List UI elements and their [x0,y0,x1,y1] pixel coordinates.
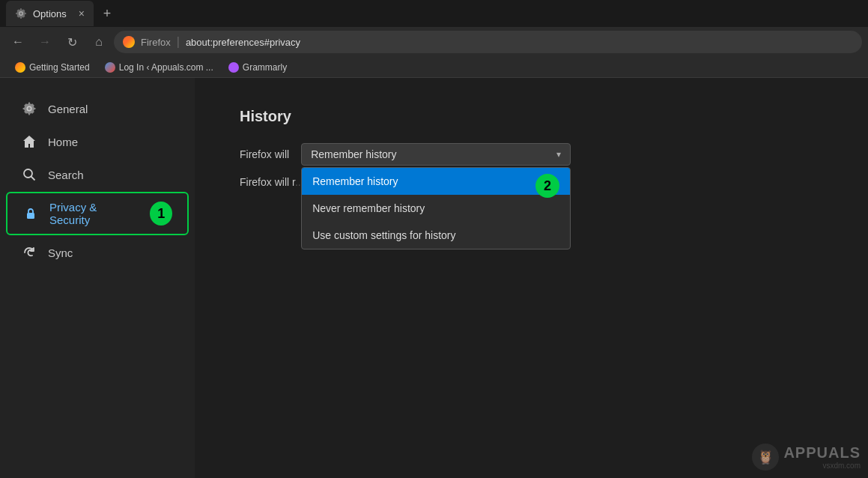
firefox-logo-icon [123,36,135,48]
bookmark-label: Getting Started [29,62,90,73]
main-content: History Firefox will Remember history ▾ … [195,78,868,478]
watermark: 🦉 APPUALS vsxdm.com [752,444,861,471]
sidebar-item-search[interactable]: Search [6,159,189,190]
dropdown-option-custom[interactable]: Use custom settings for history [302,222,570,249]
history-dropdown-container: Remember history ▾ Remember history 2 Ne… [301,143,571,166]
sidebar-item-sync[interactable]: Sync [6,237,189,268]
site-name-label: Firefox [141,37,171,48]
gear-icon [21,100,37,117]
badge-2: 2 [535,174,559,198]
dropdown-option-never[interactable]: Never remember history [302,195,570,222]
navigation-bar: ← → ↻ ⌂ Firefox | about:preferences#priv… [0,27,868,57]
gear-icon-tab [15,7,27,19]
history-dropdown-menu: Remember history 2 Never remember histor… [301,167,571,249]
home-icon [21,133,37,150]
tab-title: Options [33,8,67,19]
lock-icon [22,205,39,222]
back-button[interactable]: ← [6,30,30,54]
option-custom-label: Use custom settings for history [312,229,455,241]
watermark-mascot-icon: 🦉 [752,444,779,471]
description-prefix: Firefox will r [240,176,295,188]
dropdown-arrow-icon: ▾ [556,149,561,160]
bookmarks-bar: Getting Started Log In ‹ Appuals.com ...… [0,57,868,78]
dropdown-option-remember[interactable]: Remember history 2 [302,168,570,195]
sidebar-item-general[interactable]: General [6,93,189,124]
sidebar-privacy-label: Privacy & Security [49,201,133,226]
svg-line-3 [31,177,35,181]
firefox-bookmark-icon [15,62,25,73]
sidebar: General Home Search [0,78,195,478]
tab-close-button[interactable]: × [79,7,85,19]
bookmark-label: Log In ‹ Appuals.com ... [119,62,213,73]
dropdown-selected-value: Remember history [311,148,396,160]
page-area: General Home Search [0,78,868,478]
bookmark-appuals[interactable]: Log In ‹ Appuals.com ... [99,61,219,74]
refresh-button[interactable]: ↻ [60,30,84,54]
sidebar-general-label: General [48,103,88,115]
watermark-domain: vsxdm.com [783,462,861,470]
history-form-row: Firefox will Remember history ▾ Remember… [240,143,823,166]
bookmark-getting-started[interactable]: Getting Started [9,61,96,74]
address-text: about:preferences#privacy [186,37,300,48]
option-remember-label: Remember history [312,175,398,187]
forward-button[interactable]: → [33,30,57,54]
bookmark-label: Grammarly [243,62,287,73]
grammarly-bookmark-icon [228,62,239,73]
new-tab-button[interactable]: + [97,3,118,24]
sidebar-home-label: Home [48,136,78,148]
options-tab[interactable]: Options × [6,1,94,26]
history-section-title: History [240,108,823,125]
sidebar-sync-label: Sync [48,246,73,259]
badge-1: 1 [150,202,172,226]
address-bar[interactable]: Firefox | about:preferences#privacy [114,31,862,53]
watermark-text: APPUALS [783,444,861,462]
bookmark-grammarly[interactable]: Grammarly [222,61,293,74]
svg-rect-4 [27,213,34,219]
history-dropdown-trigger[interactable]: Remember history ▾ [301,143,571,166]
firefox-will-label: Firefox will [240,148,289,160]
sidebar-search-label: Search [48,169,84,181]
sync-icon [21,244,37,261]
option-never-label: Never remember history [312,202,425,214]
sidebar-item-home[interactable]: Home [6,126,189,157]
svg-point-2 [24,169,32,178]
home-button[interactable]: ⌂ [87,30,111,54]
sidebar-item-privacy[interactable]: Privacy & Security 1 [6,192,189,235]
tab-bar: Options × + [0,0,868,27]
appuals-bookmark-icon [105,62,115,73]
address-separator: | [177,35,180,49]
search-nav-icon [21,166,37,183]
